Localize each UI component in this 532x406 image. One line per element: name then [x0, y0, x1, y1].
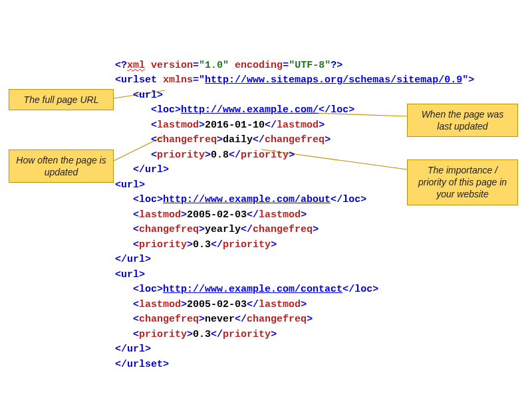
priority-value-2: 0.3	[193, 239, 211, 251]
url-open-3: url	[121, 269, 139, 280]
priority-value-3: 0.3	[193, 329, 211, 340]
attr-encoding: encoding	[235, 60, 283, 71]
lastmod-value-1: 2016-01-10	[205, 120, 265, 131]
priority-tag: priority	[157, 150, 205, 161]
url-close-3: url	[127, 344, 145, 355]
url-open-1: url	[139, 90, 157, 101]
xml-kw: xml	[127, 60, 145, 71]
url-close-2: url	[127, 254, 145, 265]
xml-decl-open: <?	[115, 60, 127, 71]
attr-xmlns: xmlns	[163, 74, 193, 86]
loc-tag: loc	[157, 104, 175, 116]
lastmod-value-3: 2005-02-03	[187, 299, 247, 310]
changefreq-value-1: daily	[223, 134, 253, 146]
loc-value-1[interactable]: http://www.example.com/	[181, 104, 319, 116]
urlset-close: </urlset>	[115, 359, 169, 370]
url-open-2: url	[121, 179, 139, 191]
changefreq-tag: changefreq	[157, 134, 217, 146]
changefreq-value-2: yearly	[205, 224, 241, 235]
val-encoding: "UTF-8"	[289, 60, 331, 71]
callout-changefreq: How often the page is updated	[9, 150, 114, 183]
priority-value-1: 0.8	[211, 150, 229, 161]
xml-code-block: <?xml version="1.0" encoding="UTF-8"?> <…	[115, 43, 474, 372]
val-version: "1.0"	[199, 60, 229, 71]
lastmod-tag: lastmod	[157, 120, 199, 131]
attr-version: version	[151, 60, 193, 71]
xmlns-url: http://www.sitemaps.org/schemas/sitemap/…	[205, 74, 462, 86]
loc-value-3[interactable]: http://www.example.com/contact	[163, 284, 342, 295]
callout-url: The full page URL	[9, 89, 114, 110]
changefreq-value-3: never	[205, 314, 235, 325]
urlset-tag: urlset	[121, 74, 157, 86]
loc-value-2[interactable]: http://www.example.com/about	[163, 194, 331, 205]
xml-decl-close: ?>	[331, 60, 342, 71]
lastmod-value-2: 2005-02-03	[187, 209, 247, 221]
url-close-1: url	[145, 164, 163, 175]
